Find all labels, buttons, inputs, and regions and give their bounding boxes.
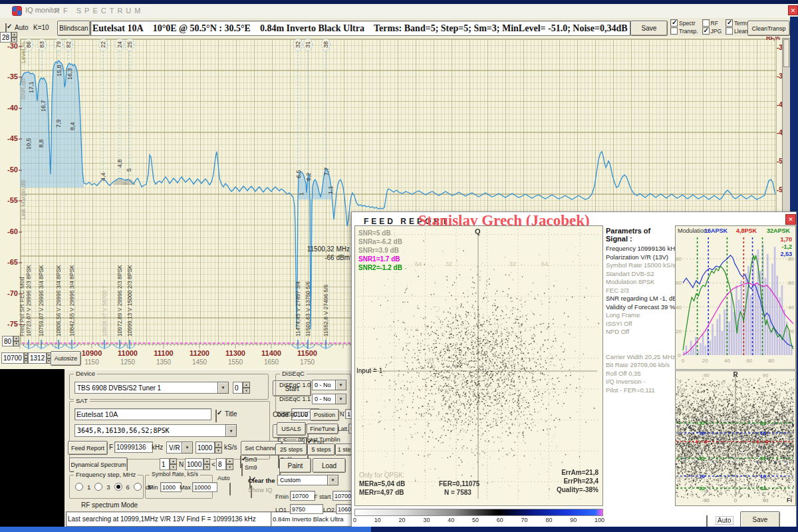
quality-value: Quality=-38% — [532, 485, 598, 494]
feed-report-button[interactable]: Feed Report — [68, 441, 108, 455]
fi-line-label: 32 — [760, 485, 766, 491]
dyn-n-stepper[interactable]: 1000▲▼ — [185, 458, 210, 470]
sr-auto-checkbox[interactable] — [229, 483, 231, 495]
mod-legend-item: 4,8PSK — [736, 227, 757, 234]
mod-histogram-bar — [771, 263, 773, 355]
start-freq-stepper[interactable]: 10700▲▼ — [1, 352, 27, 364]
custom-select[interactable]: Custom▼ — [277, 475, 338, 485]
frequency-field[interactable] — [114, 442, 153, 453]
satellite-name-field[interactable] — [74, 408, 211, 420]
svg-text:60: 60 — [676, 431, 682, 437]
min-sr-field[interactable] — [160, 482, 182, 492]
fi-axis-label: Fi — [787, 497, 792, 503]
smoothing-stepper[interactable]: 28▲▼ — [0, 32, 17, 43]
symbolrate-stepper[interactable]: 1000▲▼ — [196, 442, 222, 454]
svg-text:80: 80 — [676, 256, 682, 262]
fi-line-label: 32 — [760, 456, 766, 462]
autosize-button[interactable]: Autosize — [51, 351, 81, 366]
errph-value: ErrPh=23,4 — [532, 477, 598, 485]
svg-text:80: 80 — [788, 256, 794, 262]
cleantransp-button[interactable]: CleanTransp — [747, 21, 790, 36]
tuning-info-field: Eutelsat 10A 10°0E @ 50.5°N : 30.5°E 0.8… — [90, 21, 630, 36]
r-axis-label: R — [733, 371, 738, 378]
sm9-checkbox[interactable] — [241, 464, 243, 476]
fmin-field[interactable] — [290, 491, 315, 501]
signal-param-line — [606, 344, 674, 353]
toolbar-check-terms[interactable] — [726, 19, 733, 27]
dynamical-spectrum-button[interactable]: Dynamical Spectrum — [69, 458, 128, 472]
svg-text:90: 90 — [763, 372, 769, 378]
freq-step-option-label: 6 — [126, 483, 130, 491]
paint-button[interactable]: Paint — [279, 458, 311, 473]
toolbar-check-label: JPG — [711, 28, 722, 35]
steps-25-button[interactable]: 25 steps — [275, 444, 307, 456]
close-icon[interactable]: ✕ — [788, 5, 798, 15]
mod-histogram-bar — [755, 283, 757, 355]
signal-param-line: Long Frame — [606, 311, 674, 320]
mod-histogram-bar — [731, 293, 733, 355]
tuner-index-stepper[interactable]: 0▲▼ — [233, 382, 250, 394]
constellation-scale-label: 32 — [446, 261, 452, 267]
lo2-label: LO2 — [323, 507, 334, 513]
freq-step-radio-dF[interactable] — [134, 483, 142, 491]
svg-text:0: 0 — [734, 497, 737, 503]
svg-text:20: 20 — [676, 329, 682, 334]
mod-histogram-bar — [710, 340, 712, 355]
snr-readouts: SNR=5 dBSNRa=-6.2 dBSNRr=3.9 dBSNR1=1.7 … — [358, 229, 402, 272]
snr-line: SNR2=-1.2 dB — [358, 263, 402, 272]
signal-param-line: Bit Rate 29709,06 kb/s — [606, 361, 674, 370]
polarization-select[interactable]: V/R▼ — [166, 442, 193, 454]
fi-chart-overlay: 323216164848323216163232R-9090-90090Fi10… — [675, 370, 795, 505]
transponder-select[interactable]: 3645,R,16130,56,S2;8PSK▼ — [74, 424, 237, 437]
khz-label: kHz — [152, 444, 163, 451]
svg-text:100: 100 — [676, 387, 686, 393]
fi-line-label: 16 — [699, 430, 705, 436]
steps-5-button[interactable]: 5 steps — [307, 444, 335, 456]
signal-param-line: Roll Off 0,35 — [606, 370, 674, 378]
level-stepper[interactable]: 80▲▼ — [2, 336, 19, 346]
load-button[interactable]: Load — [313, 458, 346, 473]
feed-auto-label: Auto — [716, 516, 733, 525]
svg-text:-90: -90 — [702, 497, 710, 503]
toolbar-check-spectr[interactable] — [670, 19, 678, 27]
blindscan-button[interactable]: Blindscan — [57, 21, 90, 36]
mod-side-value: -1,2 — [781, 243, 792, 250]
mod-histogram-bar — [774, 247, 776, 355]
toolbar-check-transp[interactable] — [670, 27, 678, 35]
freq-step-radio-3[interactable] — [94, 483, 102, 491]
dyn-8-stepper[interactable]: 8▲▼ — [216, 458, 233, 470]
input-label: Input = 1 — [356, 367, 382, 374]
svg-text:20: 20 — [788, 475, 794, 481]
n-value: N = 7583 — [439, 488, 479, 497]
params-header: Parametrs of Signal : — [606, 227, 674, 243]
mod-histogram-bar — [692, 348, 694, 355]
mod-histogram-bar — [688, 352, 690, 355]
diseqc11-select[interactable]: 0 - No▼ — [312, 394, 346, 404]
toolbar-check-rf[interactable] — [702, 19, 710, 27]
span-stepper[interactable]: 1312▲▼ — [28, 352, 49, 364]
diseqc10-select[interactable]: 0 - No▼ — [312, 380, 346, 390]
mod-histogram-bar — [700, 343, 702, 355]
toolbar-check-label: Llean — [734, 28, 748, 35]
dyn-count-stepper[interactable]: 1▲▼ — [160, 458, 177, 470]
toolbar-check-llean[interactable] — [726, 27, 733, 35]
status-left-text: Last searching at 10999,1MHz V/R 13V Fin… — [68, 515, 256, 523]
position-button[interactable]: Position — [310, 409, 339, 421]
feed-report-window: FEED REPORT Stanislav Grech (Jacobek) ✕ … — [351, 211, 797, 529]
save-button[interactable]: Save — [630, 21, 668, 36]
tuner-select[interactable]: TBS 6908 DVBS/S2 Tuner 1▼ — [74, 382, 229, 394]
lo1-field[interactable] — [290, 504, 323, 514]
freq-step-radio-6[interactable] — [114, 483, 122, 491]
east-line: E <----- on east Tumblin — [277, 436, 340, 443]
toolbar-check-jpg[interactable] — [702, 27, 710, 35]
usals-button[interactable]: USALS — [277, 422, 306, 436]
finetune-button[interactable]: FineTune — [307, 424, 338, 434]
sm3-label: Sm3 — [245, 456, 257, 463]
freq-step-radio-1[interactable] — [75, 483, 83, 491]
feed-close-icon[interactable]: ✕ — [785, 214, 796, 225]
mod-histogram-bar — [714, 336, 716, 355]
max-sr-field[interactable] — [192, 482, 217, 492]
title-checkbox[interactable] — [215, 410, 217, 422]
fer-block: FER=0,11075 N = 7583 — [439, 479, 479, 497]
feed-save-button[interactable]: Save — [740, 511, 780, 528]
